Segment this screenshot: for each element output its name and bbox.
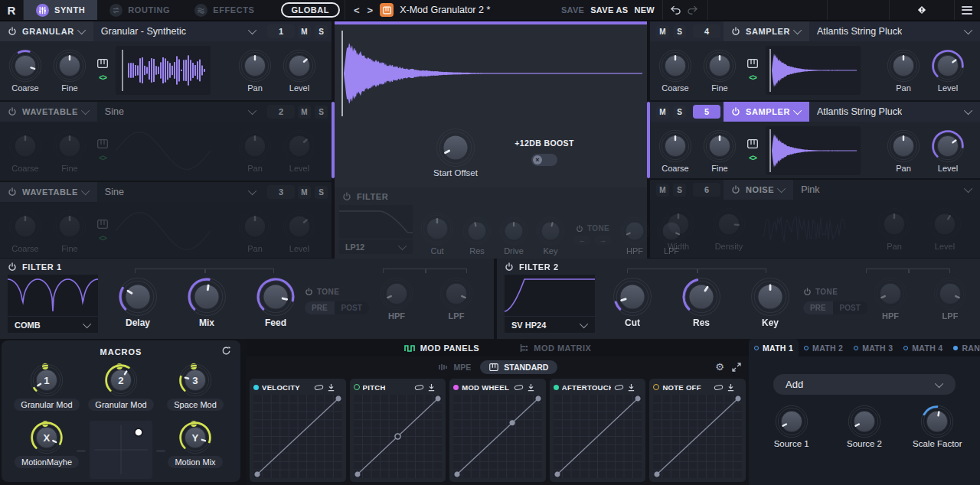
power-icon[interactable] [731, 185, 740, 194]
tab-effects[interactable]: EFFECTS [182, 0, 266, 20]
fine-knob[interactable] [703, 49, 737, 83]
keyboard-icon[interactable] [97, 59, 108, 68]
solo-button[interactable]: S [673, 25, 686, 38]
save-button[interactable]: SAVE [561, 5, 584, 15]
drive-knob[interactable] [499, 216, 528, 246]
lpf-knob[interactable] [439, 277, 473, 311]
osc-preset-select[interactable]: Atlantis String Pluck [809, 26, 980, 37]
delay-knob[interactable] [118, 277, 158, 317]
tab-math-4[interactable]: MATH 4 [898, 339, 948, 356]
power-icon[interactable] [8, 107, 17, 116]
coarse-knob[interactable] [8, 210, 42, 243]
layer-scroll-indicator[interactable] [647, 102, 650, 178]
reset-icon[interactable] [221, 346, 231, 356]
tab-mod-matrix[interactable]: MOD MATRIX [519, 343, 591, 353]
new-button[interactable]: NEW [634, 5, 655, 15]
tone-power-icon[interactable] [305, 288, 313, 296]
macro-label[interactable]: MotionMayhe [15, 456, 79, 468]
route-left-button[interactable]: ← [573, 236, 591, 245]
pan-knob[interactable] [887, 49, 920, 83]
menu-icon[interactable] [962, 6, 972, 15]
tab-math-2[interactable]: MATH 2 [799, 339, 848, 356]
undo-icon[interactable] [668, 0, 684, 20]
res-knob[interactable] [681, 277, 721, 317]
layer-scroll-indicator[interactable] [332, 102, 335, 178]
power-icon[interactable] [342, 192, 351, 201]
clear-icon[interactable] [614, 384, 624, 391]
pan-knob[interactable] [238, 49, 272, 83]
tone-post-button[interactable]: POST [833, 301, 867, 314]
power-icon[interactable] [731, 27, 740, 36]
alert-diamond-icon[interactable] [913, 5, 930, 15]
macro-2-knob[interactable]: 2 [104, 363, 138, 397]
macro-x-knob[interactable]: X [30, 421, 64, 454]
scale-factor-knob[interactable] [920, 405, 954, 438]
pan-knob[interactable] [887, 129, 920, 163]
filter-type-select[interactable]: COMB [8, 316, 98, 333]
boost-toggle[interactable]: × [531, 154, 557, 166]
save-as-button[interactable]: SAVE AS [590, 5, 628, 15]
lpf-knob[interactable] [933, 277, 967, 311]
expand-icon[interactable] [732, 363, 741, 372]
xy-pad[interactable] [90, 421, 152, 479]
preset-forward-button[interactable]: > [367, 5, 374, 16]
hpf-knob[interactable] [620, 216, 649, 246]
sine-waveform-thumbnail[interactable] [116, 207, 211, 256]
mute-button[interactable]: M [656, 25, 669, 38]
mpe-mode-button[interactable]: MPE [438, 363, 472, 372]
osc-type-select[interactable]: GRANULAR [0, 21, 93, 41]
level-knob[interactable] [283, 49, 316, 83]
sample-waveform-thumbnail[interactable] [766, 126, 861, 175]
sample-waveform-display[interactable] [335, 25, 647, 122]
coarse-knob[interactable] [8, 49, 42, 83]
code-icon[interactable]: <> [749, 73, 756, 82]
mod-curve-editor[interactable] [554, 395, 642, 478]
tone-power-icon[interactable] [576, 225, 583, 233]
tone-post-button[interactable]: POST [335, 301, 369, 314]
tab-random[interactable]: RANDOM [948, 339, 980, 356]
clear-icon[interactable] [314, 384, 324, 391]
level-knob[interactable] [931, 129, 965, 163]
key-knob[interactable] [536, 216, 565, 246]
level-knob[interactable] [931, 49, 965, 83]
solo-button[interactable]: S [673, 184, 686, 197]
hpf-knob[interactable] [874, 277, 907, 311]
mod-curve-editor[interactable] [253, 395, 342, 478]
tab-math-1[interactable]: MATH 1 [749, 339, 799, 356]
osc-preset-select[interactable]: Sine [97, 187, 264, 197]
level-knob[interactable] [283, 129, 316, 163]
sine-waveform-thumbnail[interactable] [116, 126, 211, 175]
code-icon[interactable]: <> [99, 154, 106, 162]
keyboard-icon[interactable] [97, 220, 108, 229]
lpf-knob[interactable] [657, 216, 686, 246]
level-knob[interactable] [283, 210, 316, 243]
macro-label[interactable]: Granular Mod [14, 399, 79, 411]
density-knob[interactable] [712, 207, 746, 241]
import-icon[interactable] [527, 383, 535, 392]
key-knob[interactable] [750, 277, 790, 317]
fine-knob[interactable] [53, 49, 87, 83]
macro-label[interactable]: Granular Mod [88, 399, 153, 411]
route-right-button[interactable]: → [594, 236, 612, 245]
start-offset-knob[interactable] [436, 128, 475, 168]
level-knob[interactable] [928, 207, 962, 241]
preset-back-button[interactable]: < [353, 5, 361, 16]
osc-type-select[interactable]: WAVETABLE [0, 182, 97, 202]
coarse-knob[interactable] [658, 129, 692, 163]
filter-type-select[interactable]: SV HP24 [505, 316, 595, 333]
osc-type-select[interactable]: NOISE [724, 180, 793, 200]
keyboard-icon[interactable] [747, 139, 758, 148]
clear-icon[interactable] [414, 384, 424, 391]
clear-icon[interactable] [714, 384, 724, 391]
code-icon[interactable]: <> [749, 154, 756, 162]
osc-type-select[interactable]: WAVETABLE [0, 102, 97, 122]
import-icon[interactable] [627, 383, 635, 392]
power-icon[interactable] [731, 107, 740, 116]
feed-knob[interactable] [256, 277, 296, 317]
macro-label[interactable]: Space Mod [167, 399, 224, 411]
pan-knob[interactable] [877, 207, 911, 241]
hpf-knob[interactable] [380, 277, 413, 311]
macro-label[interactable]: Motion Mix [168, 456, 222, 468]
gear-icon[interactable]: ⚙ [715, 362, 724, 372]
solo-button[interactable]: S [673, 106, 686, 119]
